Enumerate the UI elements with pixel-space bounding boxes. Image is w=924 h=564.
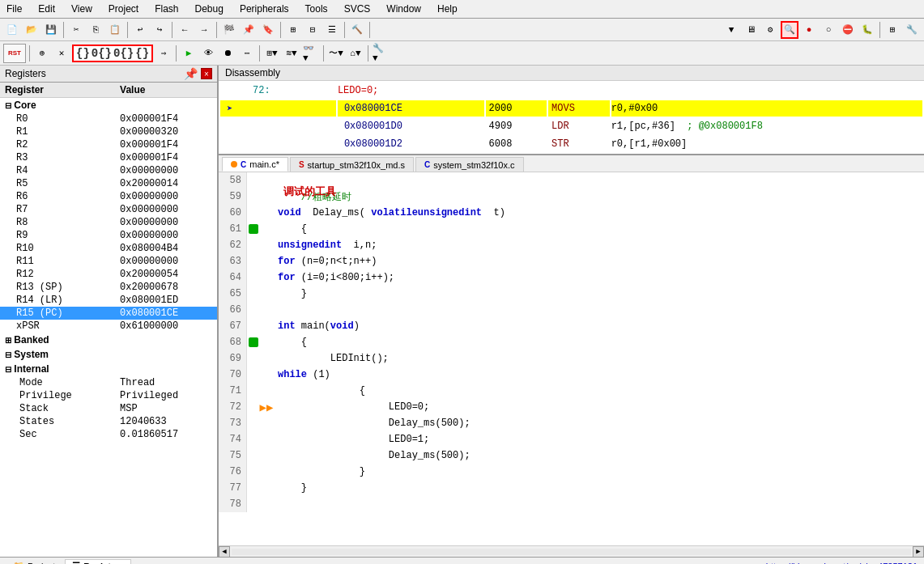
reg-row[interactable]: R70x00000000 xyxy=(0,203,217,216)
align-btn[interactable]: ☰ xyxy=(323,21,341,39)
breakpoint-area[interactable] xyxy=(247,496,260,512)
save-btn[interactable]: 💾 xyxy=(42,21,60,39)
breakpoint-area[interactable] xyxy=(247,302,260,318)
reg-row[interactable]: R20x000001F4 xyxy=(0,138,217,151)
breakpoint-area[interactable] xyxy=(247,286,260,302)
find-btn[interactable]: 🔍 xyxy=(781,21,798,39)
redo-btn[interactable]: ↪ xyxy=(151,21,168,39)
scroll-track[interactable] xyxy=(232,549,911,555)
pin-icon[interactable]: 📌 xyxy=(184,67,198,80)
reg-row[interactable]: R120x20000054 xyxy=(0,268,217,281)
undo-btn[interactable]: ↩ xyxy=(131,21,149,39)
run-btn[interactable]: ● xyxy=(800,21,818,39)
breakpoint-area[interactable] xyxy=(247,464,260,480)
reg-row[interactable]: R13 (SP)0x20000678 xyxy=(0,281,217,294)
reg-row[interactable]: R50x20000014 xyxy=(0,177,217,190)
status-tab-registers[interactable]: ☰ Registers xyxy=(65,559,131,564)
bookmark2-btn[interactable]: 📌 xyxy=(240,21,258,39)
reg-row[interactable]: R00x000001F4 xyxy=(0,112,217,125)
tb-icon-btn1[interactable]: ⊕ xyxy=(33,45,51,62)
breakpoint-area[interactable] xyxy=(247,253,260,269)
menu-tools[interactable]: Tools xyxy=(302,2,331,16)
trace-btn[interactable]: ≋▼ xyxy=(283,45,300,62)
reg-row[interactable]: R14 (LR)0x080001ED xyxy=(0,294,217,307)
reg-row[interactable]: R80x00000000 xyxy=(0,216,217,229)
cut-btn[interactable]: ✂ xyxy=(67,21,85,39)
reg-row[interactable]: R40x00000000 xyxy=(0,164,217,177)
scroll-left-btn[interactable]: ◀ xyxy=(219,546,230,558)
step-btn[interactable]: ⋯ xyxy=(238,45,256,62)
build-btn[interactable]: 🔨 xyxy=(348,21,366,39)
reg-row[interactable]: R60x00000000 xyxy=(0,190,217,203)
tab-main-c[interactable]: C main.c* xyxy=(222,157,288,172)
reg-row[interactable]: R90x00000000 xyxy=(0,229,217,242)
menu-debug[interactable]: Debug xyxy=(192,2,227,16)
menu-peripherals[interactable]: Peripherals xyxy=(236,2,292,16)
options-btn[interactable]: ⚙ xyxy=(761,21,779,39)
menu-window[interactable]: Window xyxy=(383,2,424,16)
breakpoint-area[interactable] xyxy=(247,480,260,496)
horizontal-scrollbar[interactable]: ◀ ▶ xyxy=(219,545,924,557)
stop-btn[interactable]: ○ xyxy=(820,21,837,39)
bookmark-btn[interactable]: 🏁 xyxy=(220,21,238,39)
outdent-btn[interactable]: ⊟ xyxy=(304,21,321,39)
breakpoint-area[interactable] xyxy=(247,350,260,367)
target-select[interactable]: ▼ xyxy=(722,21,740,39)
tab-startup[interactable]: S startup_stm32f10x_md.s xyxy=(290,157,414,172)
paste-btn[interactable]: 📋 xyxy=(106,21,124,39)
record-btn[interactable]: ⏺ xyxy=(219,45,236,62)
open-btn[interactable]: 📂 xyxy=(23,21,40,39)
scroll-right-btn[interactable]: ▶ xyxy=(913,546,924,558)
breakpoint-area[interactable] xyxy=(247,431,260,447)
tab-system-c[interactable]: C system_stm32f10x.c xyxy=(415,157,524,172)
breakpoint-area[interactable] xyxy=(247,172,260,189)
breakpoint-area[interactable] xyxy=(247,367,260,383)
menu-project[interactable]: Project xyxy=(105,2,142,16)
menu-edit[interactable]: Edit xyxy=(35,2,58,16)
new-file-btn[interactable]: 📄 xyxy=(3,21,21,39)
breakpoint-area[interactable] xyxy=(247,269,260,286)
mode-btn[interactable]: ⊞▼ xyxy=(263,45,281,62)
menu-view[interactable]: View xyxy=(68,2,96,16)
breakpoint-area[interactable] xyxy=(247,221,260,237)
view-btn[interactable]: 👁 xyxy=(199,45,217,62)
reg-row[interactable]: R10x00000320 xyxy=(0,125,217,138)
reg-row[interactable]: R100x080004B4 xyxy=(0,242,217,255)
breakpoint-area[interactable] xyxy=(247,383,260,399)
breakpoint-area[interactable] xyxy=(247,205,260,221)
breakpoint-area[interactable] xyxy=(247,399,260,415)
tb-icon-btn2[interactable]: ✕ xyxy=(53,45,70,62)
reg-row[interactable]: xPSR0x61000000 xyxy=(0,320,217,333)
copy-btn[interactable]: ⎘ xyxy=(87,21,104,39)
reset-btn[interactable]: ⛔ xyxy=(839,21,857,39)
run-dbg-btn[interactable]: ▶ xyxy=(180,45,198,62)
rst-button[interactable]: RST xyxy=(3,44,26,63)
bookmark3-btn[interactable]: 🔖 xyxy=(259,21,277,39)
breakpoint-area[interactable] xyxy=(247,447,260,464)
breakpoint-area[interactable] xyxy=(247,318,260,334)
reg-row[interactable]: R30x000001F4 xyxy=(0,151,217,164)
watch-btn[interactable]: 👓▼ xyxy=(302,45,320,62)
settings-btn[interactable]: 🔧 xyxy=(903,21,921,39)
wave-btn[interactable]: 〜▼ xyxy=(327,45,345,62)
breakpoint-area[interactable] xyxy=(247,237,260,253)
reg-row[interactable]: R110x00000000 xyxy=(0,255,217,268)
device-btn[interactable]: 🖥 xyxy=(742,21,760,39)
reg-row[interactable]: R15 (PC)0x080001CE xyxy=(0,307,217,320)
registers-close-btn[interactable]: × xyxy=(201,68,212,79)
menu-file[interactable]: File xyxy=(3,2,25,16)
logic-btn[interactable]: ⌂▼ xyxy=(347,45,364,62)
status-tab-project[interactable]: 📁 Project xyxy=(6,559,62,564)
debug-btn[interactable]: 🐛 xyxy=(858,21,876,39)
nav-fwd-btn[interactable]: → xyxy=(195,21,213,39)
indent-btn[interactable]: ⊞ xyxy=(284,21,302,39)
arrow-btn[interactable]: ⇒ xyxy=(155,45,172,62)
nav-back-btn[interactable]: ← xyxy=(176,21,194,39)
window-btn[interactable]: ⊞ xyxy=(884,21,901,39)
breakpoint-area[interactable] xyxy=(247,334,260,350)
menu-svcs[interactable]: SVCS xyxy=(341,2,374,16)
menu-help[interactable]: Help xyxy=(434,2,461,16)
breakpoint-area[interactable] xyxy=(247,415,260,431)
tool-btn[interactable]: 🔧▼ xyxy=(372,45,390,62)
menu-flash[interactable]: Flash xyxy=(151,2,181,16)
